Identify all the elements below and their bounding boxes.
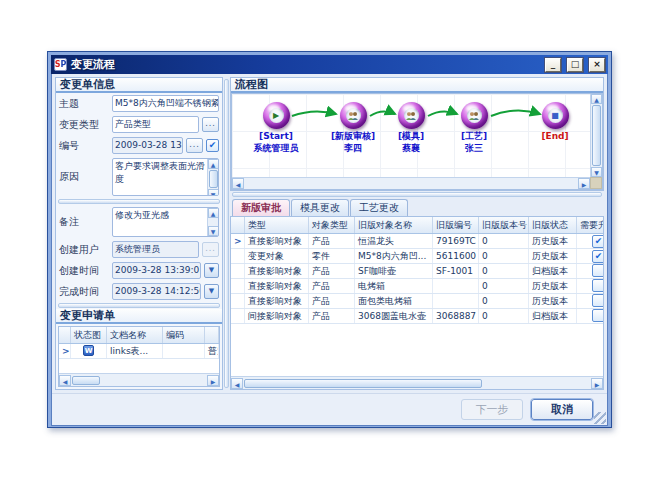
- old-ver-column-header[interactable]: 旧版版本号: [479, 217, 529, 233]
- users-icon: [468, 111, 480, 121]
- upgrade-checkbox[interactable]: ✔: [592, 250, 604, 263]
- flow-canvas[interactable]: ▶ [Start] 系统管理员: [231, 93, 603, 190]
- left-splitter-2[interactable]: [58, 303, 220, 308]
- tab-new-version-approval[interactable]: 新版审批: [232, 199, 290, 216]
- table-row[interactable]: 变更对象 零件 M5*8内六角凹... 5611600 0 历史版本 ✔ M5*…: [231, 249, 603, 264]
- reason-text: 客户要求调整表面光滑度: [115, 161, 205, 184]
- type-column-header[interactable]: 类型: [245, 217, 309, 233]
- remark-textarea[interactable]: 修改为亚光感 ▲ ▼: [112, 207, 219, 237]
- number-input[interactable]: 2009-03-28 13:39:01: [112, 137, 183, 154]
- obj-type-cell: 产品: [309, 279, 355, 293]
- detail-grid-hscrollbar[interactable]: ◀ ▶: [231, 376, 603, 389]
- remark-scrollbar[interactable]: ▲ ▼: [207, 208, 218, 236]
- upgrade-checkbox[interactable]: [592, 309, 604, 322]
- subject-input[interactable]: M5*8内六角凹端不锈钢紧固螺钉: [112, 95, 219, 112]
- cancel-button[interactable]: 取消: [531, 399, 593, 420]
- table-row[interactable]: 间接影响对象 产品 3068圆盖电水壶 3068887 0 归档版本: [231, 309, 603, 324]
- main-splitter[interactable]: [224, 79, 229, 388]
- tab-strip: 新版审批 模具更改 工艺更改: [230, 199, 604, 216]
- scroll-right-icon[interactable]: ▶: [207, 375, 219, 386]
- remark-row: 备注 修改为亚光感 ▲ ▼: [56, 205, 222, 239]
- old-no-column-header[interactable]: 旧版编号: [433, 217, 479, 233]
- minimize-button[interactable]: _: [545, 58, 561, 72]
- row-indicator: [231, 264, 245, 278]
- scroll-up-icon[interactable]: ▲: [208, 159, 219, 169]
- old-name-cell: 面包类电烤箱: [355, 294, 433, 308]
- create-time-input[interactable]: 2009-3-28 13:39:01: [112, 262, 201, 279]
- table-row[interactable]: 直接影响对象 产品 SF咖啡壶 SF-1001 0 归档版本 SF咖: [231, 264, 603, 279]
- flow-vscrollbar[interactable]: ▲ ▼: [590, 94, 602, 177]
- type-cell: 直接影响对象: [245, 279, 309, 293]
- old-ver-cell: 0: [479, 264, 529, 278]
- flow-node-end[interactable]: ■ [End]: [515, 102, 595, 141]
- table-row[interactable]: 直接影响对象 产品 面包类电烤箱 0 历史版本: [231, 294, 603, 309]
- upgrade-cell: [577, 264, 604, 278]
- titlebar[interactable]: SP 变更流程 _ □ ×: [51, 55, 608, 74]
- scroll-down-icon[interactable]: ▼: [208, 189, 219, 196]
- left-splitter-1[interactable]: [58, 199, 220, 204]
- number-browse-button[interactable]: ...: [186, 138, 203, 153]
- code-column-header[interactable]: 编码: [163, 327, 205, 343]
- scroll-left-icon[interactable]: ◀: [59, 375, 71, 386]
- creator-input[interactable]: 系统管理员: [112, 241, 199, 258]
- flow-node-process[interactable]: [工艺] 张三: [434, 102, 514, 153]
- upgrade-checkbox[interactable]: ✔: [592, 235, 604, 248]
- scroll-up-icon[interactable]: ▲: [591, 94, 602, 104]
- reason-scrollbar[interactable]: ▲ ▼: [207, 159, 218, 195]
- upgrade-checkbox[interactable]: [592, 279, 604, 292]
- dialog-content: 变更单信息 主题 M5*8内六角凹端不锈钢紧固螺钉 变更类型 产品类型 ... …: [51, 74, 608, 426]
- maximize-button[interactable]: □: [567, 58, 583, 72]
- finish-time-input[interactable]: 2009-3-28 14:12:50: [112, 283, 201, 300]
- resize-grip-icon[interactable]: [594, 412, 606, 424]
- old-status-cell: 历史版本: [529, 249, 577, 263]
- old-name-column-header[interactable]: 旧版对象名称: [355, 217, 433, 233]
- flow-hscrollbar[interactable]: ◀ ▶: [232, 177, 590, 189]
- create-time-dropdown-icon[interactable]: ▼: [204, 263, 219, 278]
- change-type-browse-button[interactable]: ...: [202, 117, 219, 132]
- scroll-thumb[interactable]: [592, 105, 601, 166]
- doc-name-column-header[interactable]: 文档名称: [107, 327, 163, 343]
- code-cell: [163, 344, 205, 358]
- scroll-left-icon[interactable]: ◀: [231, 378, 243, 389]
- extra-cell: 普通: [205, 344, 219, 358]
- close-button[interactable]: ×: [589, 58, 605, 72]
- scroll-thumb[interactable]: [72, 376, 100, 385]
- scroll-thumb[interactable]: [244, 379, 482, 388]
- scroll-right-icon[interactable]: ▶: [591, 378, 603, 389]
- next-button[interactable]: 下一步: [461, 399, 523, 420]
- upgrade-column-header[interactable]: 需要升版: [577, 217, 604, 233]
- finish-time-dropdown-icon[interactable]: ▼: [204, 284, 219, 299]
- row-indicator: >: [59, 344, 71, 358]
- tab-process-change[interactable]: 工艺更改: [350, 199, 408, 216]
- extra-column-header[interactable]: [205, 327, 219, 343]
- number-checkbox[interactable]: ✔: [206, 139, 219, 152]
- reason-textarea[interactable]: 客户要求调整表面光滑度 ▲ ▼: [112, 158, 219, 196]
- request-grid-hscrollbar[interactable]: ◀ ▶: [59, 373, 219, 386]
- old-status-column-header[interactable]: 旧版状态: [529, 217, 577, 233]
- scroll-right-icon[interactable]: ▶: [578, 178, 590, 189]
- scroll-down-icon[interactable]: ▼: [591, 167, 602, 177]
- scroll-up-icon[interactable]: ▲: [208, 208, 219, 218]
- type-cell: 直接影响对象: [245, 264, 309, 278]
- table-row[interactable]: > 直接影响对象 产品 恒温龙头 79169TC 0 历史版本 ✔: [231, 234, 603, 249]
- flow-node-start[interactable]: ▶ [Start] 系统管理员: [236, 102, 316, 153]
- table-row[interactable]: 直接影响对象 产品 电烤箱 0 历史版本: [231, 279, 603, 294]
- window-title: 变更流程: [71, 57, 539, 72]
- scroll-down-icon[interactable]: ▼: [208, 226, 219, 236]
- old-status-cell: 归档版本: [529, 309, 577, 323]
- obj-type-column-header[interactable]: 对象类型: [309, 217, 355, 233]
- upgrade-checkbox[interactable]: [592, 264, 604, 277]
- flow-diagram-panel: 流程图: [230, 77, 604, 191]
- old-status-cell: 历史版本: [529, 279, 577, 293]
- scroll-left-icon[interactable]: ◀: [232, 178, 244, 189]
- upgrade-checkbox[interactable]: [592, 294, 604, 307]
- old-no-cell: [433, 279, 479, 293]
- status-icon-column-header[interactable]: 状态图: [71, 327, 107, 343]
- change-type-input[interactable]: 产品类型: [112, 116, 199, 133]
- creator-browse-button[interactable]: ...: [202, 242, 219, 257]
- scroll-thumb[interactable]: [209, 170, 218, 188]
- tab-mold-change[interactable]: 模具更改: [291, 199, 349, 216]
- request-grid-row[interactable]: > W links表... 普通: [59, 344, 219, 359]
- node-person: 张三: [434, 143, 514, 153]
- right-splitter[interactable]: [232, 192, 602, 197]
